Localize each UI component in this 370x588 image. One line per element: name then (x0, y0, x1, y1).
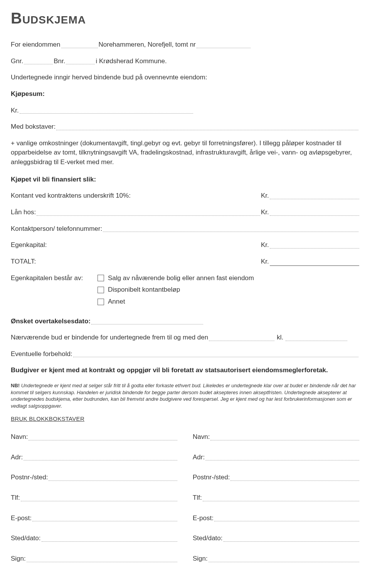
own-capital-consists-label: Egenkapitalen består av: (11, 274, 98, 283)
dots (61, 48, 98, 48)
signer-1: Navn: Adr: Postnr-/sted: Tlf: E-post: St… (11, 432, 177, 574)
kr-line: Kr. (11, 106, 359, 116)
name-field-2[interactable] (210, 440, 359, 440)
reservations-label: Eventuelle forbehold: (11, 349, 72, 359)
reservations-field[interactable] (73, 357, 358, 357)
sted-dato-label: Sted/dato: (11, 534, 41, 543)
own-capital-row: Egenkapital: Kr. (11, 240, 359, 250)
sign-label: Sign: (193, 554, 208, 564)
desired-date-row: Ønsket overtakelsesdato: (11, 317, 359, 326)
name-label: Navn: (11, 432, 28, 442)
name-label: Navn: (193, 432, 210, 442)
opt-cash-label: Disponibelt kontantbeløp (108, 285, 180, 295)
sted-dato-label: Sted/dato: (193, 534, 223, 543)
signature-columns: Navn: Adr: Postnr-/sted: Tlf: E-post: St… (11, 432, 359, 574)
postnr-field-1[interactable] (49, 480, 177, 481)
broker-notice: Budgiver er kjent med at kontrakt og opp… (11, 366, 359, 375)
addr-field-1[interactable] (24, 460, 177, 460)
financing-heading: Kjøpet vil bli finansiert slik: (11, 175, 359, 185)
addr-field-2[interactable] (205, 460, 359, 460)
tlf-field-1[interactable] (21, 501, 177, 501)
block-letters-label: BRUK BLOKKBOKSTAVER (11, 415, 359, 423)
signer-2: Navn: Adr: Postnr-/sted: Tlf: E-post: St… (193, 432, 359, 574)
cash-at-sign-label: Kontant ved kontraktens underskrift 10%: (11, 191, 131, 201)
contact-person-label: Kontaktperson/ telefonnummer: (11, 224, 102, 234)
bnr-field[interactable] (66, 64, 95, 64)
sign-label: Sign: (11, 554, 26, 564)
addr-label: Adr: (11, 453, 23, 462)
loan-label: Lån hos: (11, 208, 36, 217)
binding-bid-text: Undertegnede inngir herved bindende bud … (11, 73, 359, 82)
loan-amount-field[interactable] (270, 215, 359, 216)
cash-at-sign-field[interactable] (270, 199, 359, 199)
postnr-label: Postnr-/sted: (11, 473, 48, 482)
total-label: TOTALT: (11, 257, 36, 267)
for-property-label: For eiendommen (11, 40, 61, 50)
cash-at-sign-row: Kontant ved kontraktens underskrift 10%:… (11, 191, 359, 201)
loan-from-field[interactable] (37, 215, 260, 216)
name-field-1[interactable] (29, 440, 177, 440)
purchase-sum-label: Kjøpesum: (11, 89, 359, 99)
kl-label: kl. (275, 333, 285, 343)
project-label: Norehammeren, Norefjell, tomt nr (99, 40, 196, 50)
tlf-label: Tlf: (193, 493, 202, 503)
own-capital-label: Egenkapital: (11, 240, 47, 250)
epost-field-2[interactable] (214, 521, 359, 521)
property-line: For eiendommen Norehammeren, Norefjell, … (11, 40, 359, 50)
loan-row: Lån hos: Kr. (11, 208, 359, 217)
nb-note: NB! Undertegnede er kjent med at selger … (11, 382, 359, 409)
checkbox-cash[interactable] (98, 287, 104, 293)
sign-field-1[interactable] (27, 562, 177, 562)
in-letters-field[interactable] (56, 130, 358, 130)
plus-costs-text: + vanlige omkostninger (dokumentavgift, … (11, 139, 359, 167)
postnr-label: Postnr-/sted: (193, 473, 230, 482)
in-letters-line: Med bokstaver: (11, 122, 359, 132)
contact-person-field[interactable] (103, 232, 358, 232)
addr-label: Adr: (193, 453, 205, 462)
kr-label: Kr. (261, 257, 270, 267)
valid-until-label: Nærværende bud er bindende for undertegn… (11, 333, 208, 343)
gnr-field[interactable] (24, 64, 53, 64)
valid-until-row: Nærværende bud er bindende for undertegn… (11, 333, 359, 343)
nb-text: Undertegnede er kjent med at selger står… (11, 383, 356, 409)
total-field[interactable] (270, 265, 359, 266)
desired-date-field[interactable] (91, 324, 203, 324)
opt-sale-label: Salg av nåværende bolig eller annen fast… (108, 274, 254, 283)
own-capital-consists-row: Egenkapitalen består av: Salg av nåværen… (11, 274, 359, 309)
kr-field[interactable] (20, 113, 193, 114)
total-row: TOTALT: Kr. (11, 257, 359, 267)
checkbox-other[interactable] (98, 299, 104, 305)
own-capital-field[interactable] (270, 248, 359, 249)
postnr-field-2[interactable] (230, 480, 359, 481)
gnr-label: Gnr. (11, 57, 23, 66)
in-letters-label: Med bokstaver: (11, 122, 56, 132)
municipality-label: i Krødsherad Kommune. (96, 57, 166, 66)
opt-other-label: Annet (108, 297, 125, 307)
checkbox-sale[interactable] (98, 275, 104, 281)
sted-dato-field-2[interactable] (224, 541, 359, 542)
sign-field-2[interactable] (209, 562, 359, 562)
sted-dato-field-1[interactable] (42, 541, 177, 542)
page-title: Budskjema (11, 7, 359, 29)
contact-person-row: Kontaktperson/ telefonnummer: (11, 224, 359, 234)
epost-label: E-post: (11, 514, 32, 523)
bnr-label: Bnr. (54, 57, 65, 66)
epost-field-1[interactable] (32, 521, 177, 521)
kr-label: Kr. (261, 208, 270, 217)
kr-label: Kr. (261, 191, 270, 201)
kr-label: Kr. (11, 106, 19, 116)
reservations-row: Eventuelle forbehold: (11, 349, 359, 359)
desired-date-label: Ønsket overtakelsesdato: (11, 317, 91, 326)
valid-until-time-field[interactable] (286, 341, 347, 341)
epost-label: E-post: (193, 514, 214, 523)
nb-label: NB! (11, 383, 20, 388)
kr-label: Kr. (261, 240, 270, 250)
tlf-field-2[interactable] (203, 501, 359, 501)
gnr-bnr-line: Gnr. Bnr. i Krødsherad Kommune. (11, 57, 359, 66)
tlf-label: Tlf: (11, 493, 20, 503)
tomt-nr-field[interactable] (197, 48, 251, 48)
valid-until-date-field[interactable] (209, 341, 274, 341)
